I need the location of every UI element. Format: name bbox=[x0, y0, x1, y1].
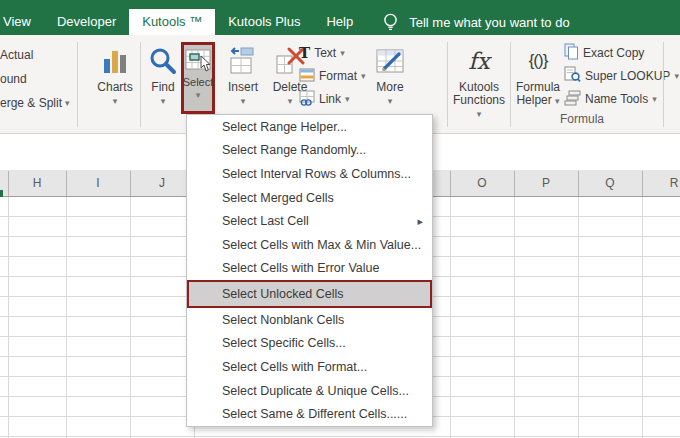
tab-kutools-plus[interactable]: Kutools Plus bbox=[215, 9, 313, 35]
gridline bbox=[8, 197, 9, 438]
menu-item-select-specific-cells[interactable]: Select Specific Cells... bbox=[187, 331, 432, 355]
insert-label: Insert bbox=[228, 81, 258, 94]
tab-help[interactable]: Help bbox=[313, 9, 366, 35]
find-button[interactable]: Find ▾ bbox=[144, 42, 182, 130]
text-label: Text bbox=[314, 46, 336, 60]
kutools-functions-button[interactable]: fx Kutools Functions ▾ bbox=[450, 42, 508, 130]
dropdown-arrow-icon: ▾ bbox=[113, 97, 118, 106]
dropdown-arrow-icon: ▾ bbox=[241, 97, 246, 106]
menu-item-select-last-cell[interactable]: Select Last Cell ▸ bbox=[187, 209, 432, 233]
format-button[interactable]: Format ▾ bbox=[299, 66, 366, 86]
gridline bbox=[642, 197, 643, 438]
text-button[interactable]: T Text ▾ bbox=[299, 43, 345, 63]
menu-item-select-unlocked-cells[interactable]: Select Unlocked Cells bbox=[187, 280, 432, 308]
bar-chart-icon bbox=[100, 42, 130, 80]
document-magnifier-icon bbox=[564, 66, 581, 86]
charts-label: Charts bbox=[97, 81, 132, 94]
select-button[interactable]: Select ▾ bbox=[181, 42, 215, 114]
column-header-h[interactable]: H bbox=[33, 176, 42, 190]
curly-braces-icon: {()} bbox=[529, 42, 548, 80]
column-header-p[interactable]: P bbox=[542, 176, 550, 190]
text-T-icon: T bbox=[299, 46, 310, 61]
column-divider bbox=[66, 171, 67, 196]
exact-copy-label: Exact Copy bbox=[583, 46, 644, 60]
menu-item-select-range-helper[interactable]: Select Range Helper... bbox=[187, 115, 432, 139]
submenu-arrow-icon: ▸ bbox=[417, 216, 423, 227]
name-tools-label: Name Tools bbox=[585, 92, 648, 106]
clipped-item-merge-split[interactable]: erge & Split▾ bbox=[0, 91, 70, 115]
group-divider bbox=[77, 42, 78, 127]
dropdown-arrow-icon: ▾ bbox=[361, 72, 366, 81]
find-label: Find bbox=[151, 81, 174, 94]
more-pencil-icon bbox=[375, 42, 405, 80]
insert-cells-icon bbox=[228, 42, 258, 80]
column-header-r[interactable]: R bbox=[670, 176, 679, 190]
clipped-item-round[interactable]: ound bbox=[0, 67, 70, 91]
select-dropdown-menu: Select Range Helper... Select Range Rand… bbox=[186, 114, 433, 427]
gridline bbox=[514, 197, 515, 438]
menu-item-select-cells-error-value[interactable]: Select Cells with Error Value bbox=[187, 257, 432, 281]
column-divider bbox=[450, 171, 451, 196]
menu-item-select-nonblank-cells[interactable]: Select Nonblank Cells bbox=[187, 308, 432, 332]
dropdown-arrow-icon: ▾ bbox=[161, 97, 166, 106]
menu-item-select-duplicate-unique-cells[interactable]: Select Duplicate & Unique Cells... bbox=[187, 379, 432, 403]
menu-item-select-cells-max-min-value[interactable]: Select Cells with Max & Min Value... bbox=[187, 233, 432, 257]
kutools-functions-label: Kutools Functions ▾ bbox=[450, 81, 508, 120]
dropdown-arrow-icon: ▾ bbox=[388, 97, 393, 106]
gridline bbox=[450, 197, 451, 438]
column-divider bbox=[578, 171, 579, 196]
column-divider bbox=[130, 171, 131, 196]
tab-kutools[interactable]: Kutools ™ bbox=[129, 9, 215, 35]
formula-helper-label: Formula Helper ▾ bbox=[516, 81, 560, 107]
gridline bbox=[130, 197, 131, 438]
dropdown-arrow-icon: ▾ bbox=[345, 95, 350, 104]
fx-icon: fx bbox=[468, 42, 489, 80]
select-cells-icon bbox=[185, 46, 212, 76]
group-divider bbox=[140, 42, 141, 127]
selection-corner-mark bbox=[0, 190, 3, 197]
dropdown-arrow-icon: ▾ bbox=[65, 99, 70, 108]
formula-group-label: Formula bbox=[512, 112, 652, 126]
dropdown-arrow-icon: ▾ bbox=[674, 72, 679, 81]
column-header-i[interactable]: I bbox=[96, 176, 99, 190]
menu-item-select-cells-with-format[interactable]: Select Cells with Format... bbox=[187, 355, 432, 379]
column-divider bbox=[8, 171, 9, 196]
column-header-j[interactable]: J bbox=[159, 176, 165, 190]
link-button[interactable]: Link ▾ bbox=[299, 89, 350, 109]
group-divider bbox=[510, 42, 511, 127]
tab-view[interactable]: View bbox=[0, 9, 44, 35]
dropdown-arrow-icon: ▾ bbox=[288, 97, 293, 106]
tell-me-box[interactable]: Tell me what you want to do bbox=[382, 9, 569, 35]
dropdown-arrow-icon: ▾ bbox=[477, 110, 482, 119]
clipped-left-group: Actual ound erge & Split▾ bbox=[0, 43, 70, 115]
name-tools-button[interactable]: Name Tools ▾ bbox=[564, 89, 657, 109]
link-chain-icon bbox=[299, 90, 315, 109]
dropdown-arrow-icon: ▾ bbox=[555, 97, 560, 106]
link-label: Link bbox=[319, 92, 341, 106]
format-label: Format bbox=[319, 69, 357, 83]
menu-item-select-interval-rows-columns[interactable]: Select Interval Rows & Columns... bbox=[187, 162, 432, 186]
two-documents-icon bbox=[564, 43, 579, 63]
menu-item-select-range-randomly[interactable]: Select Range Randomly... bbox=[187, 139, 432, 163]
super-lookup-button[interactable]: Super LOOKUP ▾ bbox=[564, 66, 679, 86]
menu-item-select-same-different-cells[interactable]: Select Same & Different Cells...... bbox=[187, 402, 432, 426]
charts-button[interactable]: Charts ▾ bbox=[92, 42, 138, 130]
column-divider bbox=[514, 171, 515, 196]
tell-me-label: Tell me what you want to do bbox=[409, 15, 569, 30]
dropdown-arrow-icon: ▾ bbox=[196, 91, 201, 100]
group-divider bbox=[663, 42, 664, 127]
column-header-o[interactable]: O bbox=[477, 176, 486, 190]
magnifier-icon bbox=[148, 42, 178, 80]
clipped-item-actual[interactable]: Actual bbox=[0, 43, 70, 67]
super-lookup-label: Super LOOKUP bbox=[585, 69, 670, 83]
stacked-tags-icon bbox=[564, 90, 581, 109]
tab-developer[interactable]: Developer bbox=[44, 9, 129, 35]
exact-copy-button[interactable]: Exact Copy bbox=[564, 43, 644, 63]
lightbulb-icon bbox=[382, 12, 399, 32]
menu-item-select-merged-cells[interactable]: Select Merged Cells bbox=[187, 186, 432, 210]
group-divider bbox=[447, 42, 448, 127]
ribbon-tab-bar: View Developer Kutools ™ Kutools Plus He… bbox=[0, 0, 680, 35]
column-header-q[interactable]: Q bbox=[605, 176, 614, 190]
dropdown-arrow-icon: ▾ bbox=[340, 49, 345, 58]
gridline bbox=[66, 197, 67, 438]
